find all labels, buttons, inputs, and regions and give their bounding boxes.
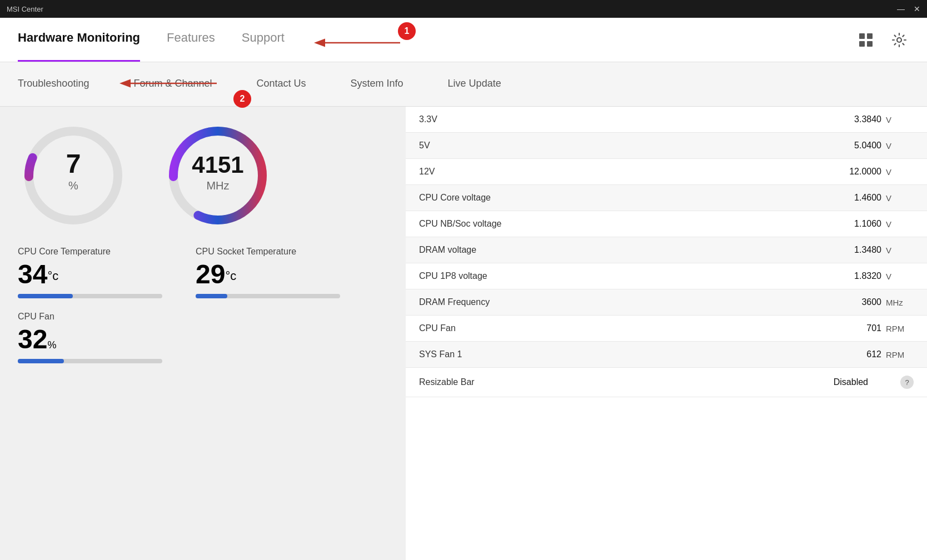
grid-view-button[interactable] xyxy=(856,30,876,50)
main-nav-item-support[interactable]: Support xyxy=(242,18,285,62)
metric-help-resizable-bar[interactable]: ? xyxy=(900,376,914,389)
cpu-usage-gauge: 7 % xyxy=(18,120,129,231)
metric-row-cpu-1p8: CPU 1P8 voltage 1.8320 V xyxy=(406,263,927,289)
content-area: 7 % 4151 MHz xyxy=(0,107,927,560)
metric-value-cpu-1p8: 1.8320 xyxy=(837,271,881,281)
cpu-freq-gauge: 4151 MHz xyxy=(162,120,273,231)
cpu-core-temp-item: CPU Core Temperature 34°c xyxy=(18,247,162,298)
svg-rect-0 xyxy=(859,33,865,39)
metric-value-sys-fan1: 612 xyxy=(837,349,881,359)
metric-row-v12: 12V 12.0000 V xyxy=(406,159,927,185)
main-nav: Hardware MonitoringFeaturesSupport 1 xyxy=(0,18,927,62)
left-panel: 7 % 4151 MHz xyxy=(0,107,406,560)
metric-value-cpu-core-voltage: 1.4600 xyxy=(837,193,881,203)
metric-unit-sys-fan1: RPM xyxy=(886,350,914,359)
app-title: MSI Center xyxy=(7,5,43,13)
metric-name-cpu-1p8: CPU 1P8 voltage xyxy=(419,271,837,281)
metric-row-v33: 3.3V 3.3840 V xyxy=(406,107,927,133)
minimize-button[interactable]: — xyxy=(897,4,905,13)
gauges-row: 7 % 4151 MHz xyxy=(18,120,388,231)
metric-value-v12: 12.0000 xyxy=(837,167,881,177)
cpu-socket-temp-label: CPU Socket Temperature xyxy=(196,247,340,257)
metric-name-sys-fan1: SYS Fan 1 xyxy=(419,349,837,359)
main-nav-right xyxy=(856,30,909,50)
metric-unit-cpu-fan-rpm: RPM xyxy=(886,324,914,333)
metric-name-v12: 12V xyxy=(419,167,837,177)
metric-unit-dram-freq: MHz xyxy=(886,298,914,307)
main-nav-item-features[interactable]: Features xyxy=(167,18,215,62)
cpu-fan-unit: % xyxy=(47,339,56,351)
metric-value-cpu-nb-soc: 1.1060 xyxy=(837,219,881,229)
metric-row-v5: 5V 5.0400 V xyxy=(406,133,927,159)
cpu-core-temp-label: CPU Core Temperature xyxy=(18,247,162,257)
svg-point-4 xyxy=(897,38,901,42)
cpu-socket-temp-unit: °c xyxy=(225,269,236,283)
metric-name-dram-voltage: DRAM voltage xyxy=(419,245,837,255)
metric-unit-cpu-nb-soc: V xyxy=(886,219,914,229)
sub-nav-item-system-info[interactable]: System Info xyxy=(351,62,426,106)
metric-value-dram-freq: 3600 xyxy=(837,297,881,307)
sub-nav: TroubleshootingForum & ChannelContact Us… xyxy=(0,62,927,107)
metric-value-v33: 3.3840 xyxy=(837,114,881,124)
main-nav-items: Hardware MonitoringFeaturesSupport xyxy=(18,18,285,62)
metric-row-resizable-bar: Resizable Bar Disabled ? xyxy=(406,368,927,397)
metric-row-cpu-nb-soc: CPU NB/Soc voltage 1.1060 V xyxy=(406,211,927,237)
svg-rect-2 xyxy=(859,41,865,47)
cpu-fan-bar xyxy=(18,359,64,363)
metric-value-cpu-fan-rpm: 701 xyxy=(837,323,881,333)
sub-nav-item-contact-us[interactable]: Contact Us xyxy=(257,62,328,106)
sub-nav-item-live-update[interactable]: Live Update xyxy=(448,62,524,106)
cpu-socket-temp-item: CPU Socket Temperature 29°c xyxy=(196,247,340,298)
cpu-socket-temp-value: 29 xyxy=(196,259,225,289)
title-bar: MSI Center — ✕ xyxy=(0,0,927,18)
metric-name-cpu-fan-rpm: CPU Fan xyxy=(419,323,837,333)
cpu-core-temp-value: 34 xyxy=(18,259,47,289)
settings-button[interactable] xyxy=(889,30,909,50)
metric-unit-cpu-core-voltage: V xyxy=(886,193,914,203)
metric-unit-v12: V xyxy=(886,167,914,177)
metric-name-v5: 5V xyxy=(419,141,837,151)
metric-unit-v5: V xyxy=(886,141,914,151)
metric-row-dram-voltage: DRAM voltage 1.3480 V xyxy=(406,237,927,263)
annotation-1: 1 xyxy=(398,22,416,40)
metric-row-cpu-fan-rpm: CPU Fan 701 RPM xyxy=(406,316,927,342)
metric-value-v5: 5.0400 xyxy=(837,141,881,151)
metric-row-sys-fan1: SYS Fan 1 612 RPM xyxy=(406,342,927,368)
svg-rect-3 xyxy=(867,41,873,47)
cpu-fan-value: 32 xyxy=(18,324,47,354)
metric-name-v33: 3.3V xyxy=(419,114,837,124)
sub-nav-item-forum-channel[interactable]: Forum & Channel xyxy=(133,62,234,106)
annotation-2: 2 xyxy=(233,90,251,108)
window-controls: — ✕ xyxy=(897,4,920,13)
main-nav-item-hardware-monitoring[interactable]: Hardware Monitoring xyxy=(18,18,140,62)
cpu-core-temp-bar xyxy=(18,294,73,298)
svg-text:7: 7 xyxy=(66,149,81,178)
metric-name-dram-freq: DRAM Frequency xyxy=(419,297,837,307)
metric-unit-dram-voltage: V xyxy=(886,246,914,255)
cpu-core-temp-bar-container xyxy=(18,294,162,298)
svg-text:MHz: MHz xyxy=(206,179,229,192)
metric-value-resizable-bar: Disabled xyxy=(824,377,868,387)
sub-nav-item-troubleshooting[interactable]: Troubleshooting xyxy=(18,62,111,106)
metric-row-cpu-core-voltage: CPU Core voltage 1.4600 V xyxy=(406,185,927,211)
svg-text:4151: 4151 xyxy=(192,152,243,178)
metric-name-resizable-bar: Resizable Bar xyxy=(419,377,824,387)
close-button[interactable]: ✕ xyxy=(914,4,920,13)
cpu-socket-temp-bar xyxy=(196,294,227,298)
metric-row-dram-freq: DRAM Frequency 3600 MHz xyxy=(406,289,927,316)
cpu-core-temp-unit: °c xyxy=(47,269,58,283)
temperature-section: CPU Core Temperature 34°c CPU Socket Tem… xyxy=(18,247,388,298)
metric-name-cpu-nb-soc: CPU NB/Soc voltage xyxy=(419,219,837,229)
fan-section: CPU Fan 32% xyxy=(18,312,388,363)
metric-unit-cpu-1p8: V xyxy=(886,272,914,281)
right-panel: 3.3V 3.3840 V 5V 5.0400 V 12V 12.0000 V … xyxy=(406,107,927,560)
metric-name-cpu-core-voltage: CPU Core voltage xyxy=(419,193,837,203)
cpu-fan-bar-container xyxy=(18,359,162,363)
metric-unit-v33: V xyxy=(886,115,914,124)
metric-value-dram-voltage: 1.3480 xyxy=(837,245,881,255)
cpu-socket-temp-bar-container xyxy=(196,294,340,298)
svg-rect-1 xyxy=(867,33,873,39)
cpu-fan-label: CPU Fan xyxy=(18,312,388,322)
svg-text:%: % xyxy=(68,179,78,192)
